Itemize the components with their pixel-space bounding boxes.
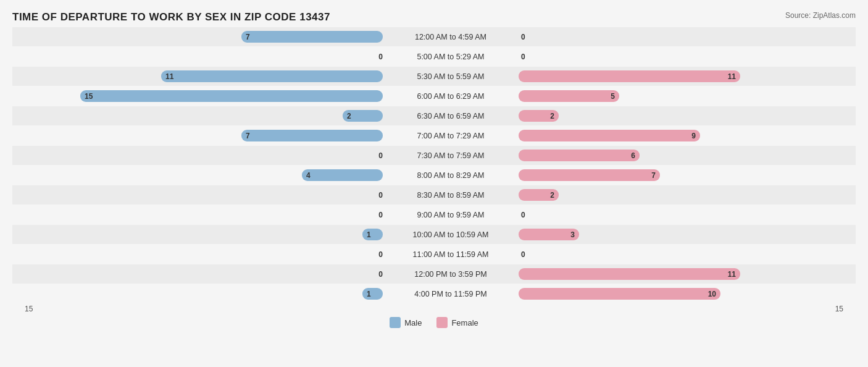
table-row: 05:00 AM to 5:29 AM0 <box>12 47 856 66</box>
time-label: 11:00 AM to 11:59 AM <box>383 250 519 259</box>
female-label: Female <box>451 318 478 327</box>
time-label: 12:00 AM to 4:59 AM <box>383 33 519 41</box>
female-value: 11 <box>728 72 736 81</box>
bar-male: 1 <box>362 229 383 240</box>
bar-female: 5 <box>519 90 619 102</box>
table-row: 011:00 AM to 11:59 AM0 <box>12 245 856 264</box>
female-value: 2 <box>550 191 554 200</box>
right-section: 0 <box>519 205 868 224</box>
left-section: 7 <box>12 126 383 145</box>
table-row: 115:30 AM to 5:59 AM11 <box>12 67 856 86</box>
bar-male: 2 <box>343 110 383 122</box>
male-label: Male <box>404 318 422 327</box>
chart-container: TIME OF DEPARTURE TO WORK BY SEX IN ZIP … <box>0 0 868 367</box>
time-label: 4:00 PM to 11:59 PM <box>383 290 519 298</box>
right-section: 6 <box>519 146 868 165</box>
right-section: 7 <box>519 166 868 185</box>
female-value-zero: 0 <box>521 53 525 61</box>
left-section: 2 <box>12 106 383 125</box>
left-section: 0 <box>12 47 383 66</box>
bar-male: 7 <box>241 31 383 43</box>
male-value-zero: 0 <box>378 151 383 160</box>
bar-female: 10 <box>519 288 720 300</box>
right-section: 0 <box>519 27 868 46</box>
bar-male: 7 <box>241 130 383 141</box>
right-section: 2 <box>519 106 868 125</box>
time-label: 6:30 AM to 6:59 AM <box>383 112 519 120</box>
right-section: 10 <box>519 284 868 303</box>
legend-female: Female <box>436 317 478 328</box>
male-value-zero: 0 <box>378 250 383 259</box>
right-section: 0 <box>519 245 868 264</box>
time-label: 10:00 AM to 10:59 AM <box>383 230 519 239</box>
time-label: 9:00 AM to 9:59 AM <box>383 211 519 219</box>
female-value: 10 <box>708 290 716 298</box>
bar-female: 9 <box>519 130 700 141</box>
male-value: 7 <box>246 132 250 140</box>
bar-male: 4 <box>302 169 383 181</box>
bar-female: 2 <box>519 110 559 122</box>
axis-left: 15 <box>25 305 33 313</box>
table-row: 14:00 PM to 11:59 PM10 <box>12 284 856 303</box>
female-value: 2 <box>550 112 554 120</box>
bar-female: 11 <box>519 268 740 280</box>
bar-female: 2 <box>519 189 559 201</box>
table-row: 012:00 PM to 3:59 PM11 <box>12 264 856 284</box>
time-label: 8:00 AM to 8:29 AM <box>383 171 519 180</box>
left-section: 0 <box>12 146 383 165</box>
left-section: 1 <box>12 284 383 303</box>
male-value-zero: 0 <box>378 53 383 61</box>
female-value: 9 <box>691 132 696 140</box>
left-section: 0 <box>12 185 383 205</box>
time-label: 6:00 AM to 6:29 AM <box>383 92 519 101</box>
chart-area: 712:00 AM to 4:59 AM005:00 AM to 5:29 AM… <box>12 27 856 303</box>
male-value-zero: 0 <box>378 211 383 219</box>
bar-female: 3 <box>519 229 579 240</box>
legend-male: Male <box>390 317 422 328</box>
left-section: 4 <box>12 166 383 185</box>
axis-labels: 15 15 <box>12 305 856 313</box>
bar-male: 11 <box>161 70 383 82</box>
bar-male: 15 <box>80 90 383 102</box>
table-row: 77:00 AM to 7:29 AM9 <box>12 126 856 145</box>
legend: Male Female <box>12 317 856 328</box>
time-label: 7:30 AM to 7:59 AM <box>383 151 519 160</box>
right-section: 5 <box>519 86 868 106</box>
table-row: 712:00 AM to 4:59 AM0 <box>12 27 856 46</box>
left-section: 0 <box>12 205 383 224</box>
table-row: 08:30 AM to 8:59 AM2 <box>12 185 856 205</box>
left-section: 11 <box>12 67 383 86</box>
right-section: 9 <box>519 126 868 145</box>
female-value: 11 <box>728 270 736 279</box>
male-value: 1 <box>367 290 371 298</box>
left-section: 1 <box>12 225 383 244</box>
female-value-zero: 0 <box>521 33 525 41</box>
male-value: 7 <box>246 33 250 41</box>
table-row: 110:00 AM to 10:59 AM3 <box>12 225 856 244</box>
table-row: 09:00 AM to 9:59 AM0 <box>12 205 856 224</box>
male-value: 2 <box>347 112 351 120</box>
left-section: 15 <box>12 86 383 106</box>
time-label: 12:00 PM to 3:59 PM <box>383 270 519 279</box>
chart-title: TIME OF DEPARTURE TO WORK BY SEX IN ZIP … <box>12 11 856 23</box>
bar-female: 7 <box>519 169 660 181</box>
table-row: 156:00 AM to 6:29 AM5 <box>12 86 856 106</box>
left-section: 0 <box>12 245 383 264</box>
female-value: 3 <box>570 230 575 239</box>
male-value-zero: 0 <box>378 270 383 279</box>
time-label: 5:00 AM to 5:29 AM <box>383 53 519 61</box>
right-section: 11 <box>519 264 868 284</box>
female-value: 5 <box>611 92 615 101</box>
table-row: 26:30 AM to 6:59 AM2 <box>12 106 856 125</box>
female-swatch <box>436 317 448 328</box>
male-value: 15 <box>85 92 93 101</box>
bar-female: 6 <box>519 150 640 161</box>
table-row: 07:30 AM to 7:59 AM6 <box>12 146 856 165</box>
female-value-zero: 0 <box>521 211 525 219</box>
male-swatch <box>390 317 401 328</box>
male-value: 11 <box>165 72 173 81</box>
left-section: 7 <box>12 27 383 46</box>
left-section: 0 <box>12 264 383 284</box>
source-label: Source: ZipAtlas.com <box>785 11 856 20</box>
time-label: 7:00 AM to 7:29 AM <box>383 132 519 140</box>
